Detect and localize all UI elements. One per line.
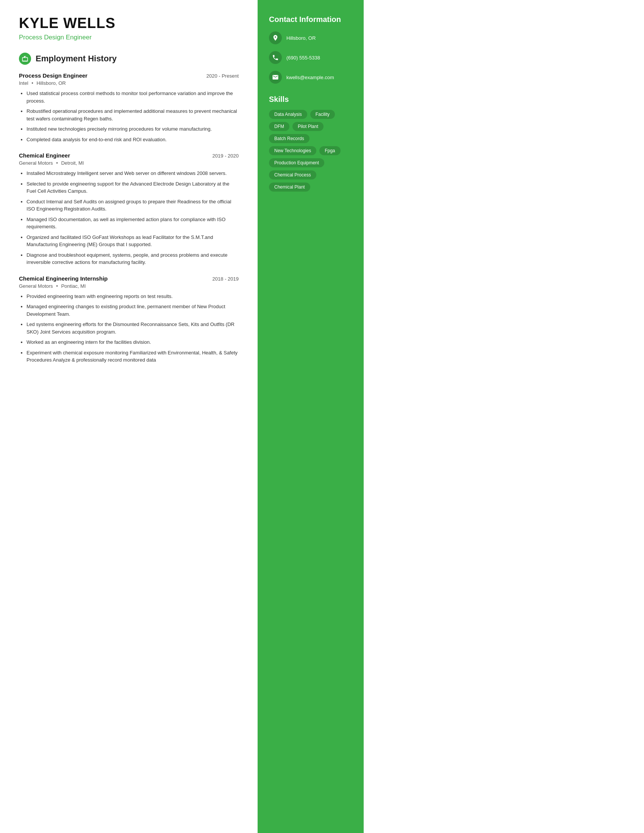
job-dates: 2019 - 2020 — [213, 153, 239, 159]
location-icon — [269, 31, 282, 44]
skill-badge: New Technologies — [269, 146, 316, 155]
bullet-item: Robustified operational procedures and i… — [27, 108, 239, 122]
bullet-item: Worked as an engineering intern for the … — [27, 338, 239, 346]
bullet-item: Managed engineering changes to existing … — [27, 303, 239, 318]
bullet-item: Diagnose and troubleshoot equipment, sys… — [27, 251, 239, 266]
company-location: Hillsboro, OR — [36, 80, 66, 86]
job-bullets: Installed Microstrategy Intelligent serv… — [19, 170, 239, 266]
job-title: Chemical Engineer — [19, 152, 70, 159]
job-bullets: Provided engineering team with engineeri… — [19, 293, 239, 364]
employment-section-header: Employment History — [19, 53, 239, 65]
job-item: Process Design Engineer 2020 - Present I… — [19, 72, 239, 143]
bullet-item: Organized and facilitated ISO GoFast Wor… — [27, 234, 239, 248]
skill-badge: DFM — [269, 122, 290, 131]
contact-phone: (690) 555-5338 — [269, 51, 352, 64]
skill-badge: Production Equipment — [269, 158, 324, 167]
job-title: Chemical Engineering Internship — [19, 275, 108, 282]
job-header: Chemical Engineering Internship 2018 - 2… — [19, 275, 239, 282]
job-item: Chemical Engineer 2019 - 2020 General Mo… — [19, 152, 239, 266]
job-company: General Motors • Pontiac, MI — [19, 283, 239, 289]
contact-heading: Contact Information — [269, 15, 352, 24]
jobs-list: Process Design Engineer 2020 - Present I… — [19, 72, 239, 364]
company-location: Pontiac, MI — [61, 283, 85, 289]
email-icon — [269, 71, 282, 84]
bullet-item: Provided engineering team with engineeri… — [27, 293, 239, 300]
bullet-item: Completed data analysis for end-to-end r… — [27, 136, 239, 143]
candidate-name: KYLE WELLS — [19, 15, 239, 31]
skill-badge: Facility — [310, 110, 335, 119]
job-dates: 2018 - 2019 — [213, 276, 239, 282]
main-content: KYLE WELLS Process Design Engineer Emplo… — [0, 0, 258, 833]
employment-title: Employment History — [35, 54, 117, 64]
skill-badge: Fpga — [319, 146, 340, 155]
job-header: Chemical Engineer 2019 - 2020 — [19, 152, 239, 159]
bullet-item: Led systems engineering efforts for the … — [27, 321, 239, 336]
skills-container: Data AnalysisFacilityDFMPilot PlantBatch… — [269, 110, 352, 191]
email-text: kwells@example.com — [287, 75, 334, 80]
bullet-item: Experiment with chemical exposure monito… — [27, 349, 239, 364]
job-title: Process Design Engineer — [19, 72, 87, 79]
skills-heading: Skills — [269, 95, 352, 104]
briefcase-icon — [19, 53, 31, 65]
skill-badge: Pilot Plant — [293, 122, 324, 131]
skill-badge: Batch Records — [269, 134, 309, 143]
phone-icon — [269, 51, 282, 64]
skill-badge: Chemical Process — [269, 170, 316, 180]
contact-email: kwells@example.com — [269, 71, 352, 84]
company-name: General Motors — [19, 283, 53, 289]
bullet-item: Instituted new technologies precisely mi… — [27, 125, 239, 133]
sidebar: Contact Information Hillsboro, OR (690) … — [258, 0, 364, 833]
contact-location: Hillsboro, OR — [269, 31, 352, 44]
skill-badge: Data Analysis — [269, 110, 307, 119]
job-company: General Motors • Detroit, MI — [19, 160, 239, 166]
bullet-item: Installed Microstrategy Intelligent serv… — [27, 170, 239, 177]
job-header: Process Design Engineer 2020 - Present — [19, 72, 239, 79]
location-text: Hillsboro, OR — [287, 35, 316, 41]
job-bullets: Used statistical process control methods… — [19, 90, 239, 143]
company-name: Intel — [19, 80, 28, 86]
bullet-item: Used statistical process control methods… — [27, 90, 239, 105]
phone-text: (690) 555-5338 — [287, 55, 320, 61]
bullet-item: Managed ISO documentation, as well as im… — [27, 216, 239, 231]
company-name: General Motors — [19, 160, 53, 166]
job-dates: 2020 - Present — [206, 73, 239, 79]
company-location: Detroit, MI — [61, 160, 84, 166]
bullet-item: Conduct Internal and Self Audits on assi… — [27, 198, 239, 213]
job-company: Intel • Hillsboro, OR — [19, 80, 239, 86]
bullet-item: Selected to provide engineering support … — [27, 180, 239, 195]
skill-badge: Chemical Plant — [269, 182, 310, 191]
candidate-title: Process Design Engineer — [19, 34, 239, 41]
job-item: Chemical Engineering Internship 2018 - 2… — [19, 275, 239, 364]
